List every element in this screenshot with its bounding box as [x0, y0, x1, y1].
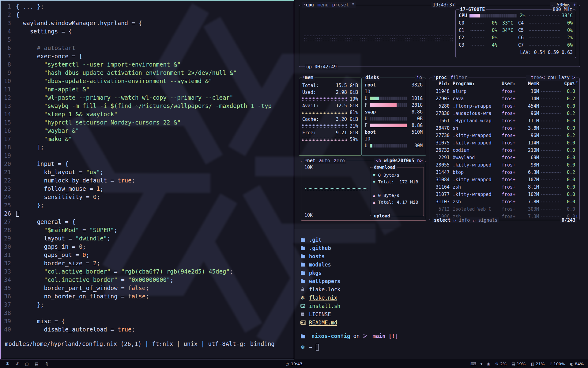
btop-pane[interactable]: ¹cpumenupreset * 19:43:37 - 500ms + i7-6…: [294, 0, 588, 229]
info-action[interactable]: info: [459, 217, 470, 223]
iface-next-key[interactable]: n>: [414, 158, 423, 163]
code-line-text: "systemctl --user import-environment &": [16, 60, 181, 69]
process-row[interactable]: 31164zshfros+8.1M0.0: [429, 183, 579, 191]
cpu-usage[interactable]: ⚙2%: [495, 362, 507, 366]
process-row[interactable]: 31948slurpfros+16M0.0: [429, 88, 579, 95]
code-line: 26: [1, 209, 294, 218]
process-row[interactable]: 31447btopfros+6.3M0.2: [429, 169, 579, 176]
process-row[interactable]: 31103zshfros+7.8M0.0: [429, 198, 579, 205]
cpu-frequency: 800 MHz: [552, 7, 573, 13]
process-row[interactable]: 28470shfros+3.8M0.0: [429, 125, 579, 132]
cpu-graph-shadow: [303, 38, 453, 42]
process-box-number: ⁴: [434, 76, 436, 80]
tk-fg: [16, 61, 44, 68]
sort-prev-button[interactable]: <: [542, 75, 548, 80]
line-number: 21: [1, 168, 16, 176]
tk-fg: border_part_of_window =: [16, 285, 128, 291]
shell-input-line[interactable]: ❄ →: [300, 343, 588, 352]
process-row[interactable]: 27830.audacious-wrafros+96M0.2: [429, 110, 579, 117]
keyboard-layout-icon[interactable]: ⌨: [470, 362, 476, 366]
tk-str: "nm-applet &": [44, 86, 90, 93]
disk-usage[interactable]: ◧21%: [530, 362, 545, 366]
iface-prev-key[interactable]: <b: [375, 158, 384, 163]
process-row[interactable]: 5712Isolated Web Cfros+303M0.0: [429, 205, 579, 213]
dsize: 382G: [412, 82, 423, 88]
header-user[interactable]: User:: [502, 81, 522, 86]
code-line-text: follow_mouse = 1;: [16, 185, 104, 193]
process-row[interactable]: 5280.floorp-wrappefros+454M0.0: [429, 102, 579, 110]
brightness-value: 84%: [575, 362, 584, 366]
io-toggle-label[interactable]: io: [417, 75, 422, 81]
network-interface[interactable]: <b wlp0s20f0u5 n>: [374, 158, 424, 164]
process-row[interactable]: 31077.kitty-wrappedfros+102M0.0: [429, 191, 579, 198]
tk-fg: kb_layout =: [16, 169, 86, 175]
code-line: 22 numlock_by_default = true;: [1, 176, 294, 185]
line-number: 32: [1, 259, 16, 267]
header-pid[interactable]: Pid:: [432, 81, 450, 86]
menu-button[interactable]: menu: [318, 2, 329, 8]
tree-toggle[interactable]: tree: [531, 75, 542, 81]
svg: [300, 334, 306, 339]
process-row[interactable]: 27730.kitty-wrappedfros+96M0.2: [429, 132, 579, 139]
preset-button[interactable]: preset *: [332, 2, 354, 8]
select-action[interactable]: select: [434, 217, 450, 223]
tk-str: "rgb(cba6f7) rgb(94e2d5) 45deg": [121, 268, 230, 275]
process-row[interactable]: 26732codiumfros+210M0.0: [429, 147, 579, 154]
code-line: 31 gaps_out = 0;: [1, 251, 294, 259]
editor-pane[interactable]: 1{ ... }:2{3 wayland.windowManager.hyprl…: [0, 0, 294, 359]
restart-icon[interactable]: ↺: [16, 362, 19, 366]
cname: C5: [518, 28, 527, 33]
zero-toggle[interactable]: zero: [334, 158, 345, 164]
header-cpu[interactable]: Cpu%: [563, 81, 575, 86]
filter-button[interactable]: filter: [450, 75, 467, 81]
notifications-icon[interactable]: ◉: [487, 362, 490, 366]
code-line-text: "waybar &": [16, 127, 79, 135]
auto-toggle[interactable]: auto: [319, 158, 330, 164]
dio: IO: [365, 136, 370, 142]
memory-row: Cache:3.20 GiB: [302, 116, 358, 123]
taskbar-clock[interactable]: ◷ 19:43: [286, 362, 303, 366]
memory-usage[interactable]: ▤19%: [511, 362, 526, 366]
disk-row: swap8.8G: [362, 109, 426, 115]
file-list: .git.githubhostsmodulespkgswallpapersfla…: [294, 229, 588, 327]
line-number: 3: [1, 19, 16, 27]
leader: [529, 44, 560, 46]
code-line: 19: [1, 151, 294, 160]
puser: fros+: [502, 214, 522, 219]
signals-action[interactable]: signals: [478, 217, 498, 223]
music-icon[interactable]: ♫: [45, 362, 48, 366]
pleader: [541, 216, 561, 217]
io-toggle[interactable]: io: [415, 75, 423, 81]
brightness[interactable]: ◐84%: [570, 362, 584, 366]
puser: fros+: [502, 118, 522, 124]
cpu-box-title: ¹cpumenupreset *: [302, 2, 356, 8]
header-program[interactable]: Program:: [453, 81, 502, 86]
pmem: 16M: [522, 89, 539, 94]
updates-icon[interactable]: ▾: [481, 362, 483, 366]
process-row[interactable]: 27903cavafros+14M0.2: [429, 95, 579, 102]
files-icon[interactable]: ▤: [35, 362, 39, 366]
line-number: 22: [1, 176, 16, 185]
header-memb[interactable]: MemB: [522, 81, 539, 86]
sort-next-button[interactable]: >: [570, 75, 575, 80]
terminal-pane[interactable]: .git.githubhostsmodulespkgswallpapersfla…: [294, 229, 588, 359]
file-name: README.md: [309, 320, 337, 326]
span: Total: 172 MiB: [375, 179, 418, 184]
pprog: slurp: [453, 89, 502, 94]
notes-icon[interactable]: ▢: [25, 362, 28, 366]
process-row[interactable]: 28055.kitty-wrappedfros+98M0.0: [429, 161, 579, 169]
code-line-text: settings = {: [16, 27, 72, 36]
pmem: 69M: [522, 155, 539, 160]
process-row[interactable]: 2291Xwaylandfros+69M0.0: [429, 154, 579, 161]
process-row[interactable]: 31084.kitty-wrappedfros+107M0.0: [429, 176, 579, 183]
volume[interactable]: ♪100%: [549, 362, 565, 366]
cname: C4: [518, 20, 527, 26]
desktop: 1{ ... }:2{3 wayland.windowManager.hyprl…: [0, 0, 588, 359]
process-row[interactable]: 31075.kitty-wrappedfros+114M0.0: [429, 139, 579, 147]
cpct: 2%: [562, 35, 573, 40]
puser: fros+: [502, 125, 522, 131]
process-row[interactable]: 1561.Hyprland-wrapfros+111M0.0: [429, 117, 579, 125]
line-number: 39: [1, 317, 16, 325]
nix-launcher-icon[interactable]: ❄: [6, 361, 9, 366]
mval: 3.20 GiB: [336, 117, 358, 122]
